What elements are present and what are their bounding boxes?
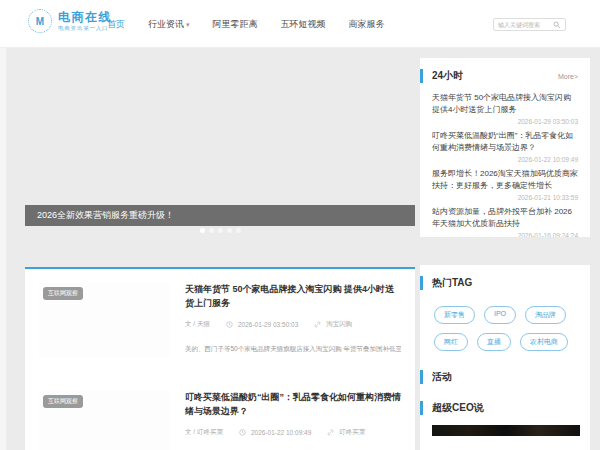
tag-icon: [327, 429, 334, 436]
news-title[interactable]: 服务即增长！2026淘宝天猫加码优质商家扶持：更好服务，更多确定性增长: [432, 168, 578, 192]
section-header-activity: 活动: [420, 370, 578, 384]
clock-icon: [226, 321, 233, 328]
article-thumbnail[interactable]: 互联网观察: [39, 391, 170, 450]
article-tag[interactable]: 叮咚买菜: [339, 428, 365, 437]
article-body: 叮咚买菜低温酸奶“出圈”：乳品零食化如何重构消费情绪与场景边界？ 文 / 叮咚买…: [185, 391, 401, 450]
site-header: M 电商在线 电商资讯第一入口 首页 行业资讯▾ 阿里零距离 五环短视频 商家服…: [0, 0, 600, 48]
article-meta: 文 / 天猫 2026-01-29 03:50:03 淘宝闪购: [185, 320, 401, 329]
carousel-dots: [25, 228, 415, 233]
carousel-dot[interactable]: [200, 228, 205, 233]
section-title: 24小时: [432, 69, 463, 83]
news-time: 2026-01-21 10:33:59: [432, 194, 578, 201]
article-time: 2026-01-29 03:50:03: [238, 321, 298, 328]
news-time: 2026-01-16 09:24:24: [432, 232, 578, 237]
article-time: 2026-01-22 10:09:49: [251, 429, 311, 436]
article-body: 天猫年货节 50个家电品牌接入淘宝闪购 提供4小时送货上门服务 文 / 天猫 2…: [185, 283, 401, 357]
section-header-24h: 24小时 More>: [420, 69, 578, 83]
article-thumbnail[interactable]: 互联网观察: [39, 283, 170, 357]
main-nav: 首页 行业资讯▾ 阿里零距离 五环短视频 商家服务: [107, 0, 408, 48]
news-time: 2026-01-29 03:50:03: [432, 118, 578, 125]
logo-monogram: M: [36, 16, 44, 27]
list-item[interactable]: 叮咚买菜低温酸奶“出圈”：乳品零食化如何重构消费情绪与场景边界？ 2026-01…: [432, 130, 578, 163]
nav-item-industry-news[interactable]: 行业资讯▾: [148, 18, 190, 31]
left-edge-strip: [0, 48, 7, 450]
tag-pill[interactable]: IPO: [484, 306, 516, 324]
search-box[interactable]: [493, 18, 566, 31]
clock-icon: [239, 429, 246, 436]
category-badge: 互联网观察: [43, 287, 83, 300]
article-meta: 文 / 叮咚买菜 2026-01-22 10:09:49 叮咚买菜: [185, 428, 401, 437]
section-title: 活动: [432, 370, 452, 384]
list-item[interactable]: 服务即增长！2026淘宝天猫加码优质商家扶持：更好服务，更多确定性增长 2026…: [432, 168, 578, 201]
search-input[interactable]: [498, 22, 553, 28]
carousel-dot[interactable]: [227, 228, 232, 233]
more-link[interactable]: More>: [558, 73, 578, 80]
article-list: 互联网观察 天猫年货节 50个家电品牌接入淘宝闪购 提供4小时送货上门服务 文 …: [25, 267, 415, 450]
sidebar-24h-card: 24小时 More> 天猫年货节 50个家电品牌接入淘宝闪购 提供4小时送货上门…: [420, 58, 590, 237]
nav-item-industry-news-label: 行业资讯: [148, 19, 184, 29]
nav-item-ali-zero-distance[interactable]: 阿里零距离: [213, 18, 258, 31]
hero-carousel[interactable]: 2026全新效果营销服务重磅升级！: [25, 55, 415, 237]
section-title: 超级CEO说: [432, 401, 484, 415]
news-time: 2026-01-22 10:09:49: [432, 156, 578, 163]
site-subtitle: 电商资讯第一入口: [58, 24, 112, 32]
tag-pill[interactable]: 直播: [477, 333, 511, 351]
news-title[interactable]: 天猫年货节 50个家电品牌接入淘宝闪购 提供4小时送货上门服务: [432, 92, 578, 116]
article-summary: 美的、西门子等50个家电品牌天猫旗舰店接入淘宝闪购 年货节叠加国补低至5折: [185, 345, 401, 354]
list-item[interactable]: 站内资源加量，品牌外投平台加补 2026年天猫加大优质新品扶持 2026-01-…: [432, 206, 578, 237]
tag-pill[interactable]: 农村电商: [520, 333, 568, 351]
article-item[interactable]: 互联网观察 叮咚买菜低温酸奶“出圈”：乳品零食化如何重构消费情绪与场景边界？ 文…: [39, 391, 401, 450]
page: M 电商在线 电商资讯第一入口 首页 行业资讯▾ 阿里零距离 五环短视频 商家服…: [0, 0, 600, 450]
tag-pill[interactable]: 网红: [434, 333, 468, 351]
tag-icon: [314, 321, 321, 328]
news-title[interactable]: 叮咚买菜低温酸奶“出圈”：乳品零食化如何重构消费情绪与场景边界？: [432, 130, 578, 154]
sidebar-news-list: 天猫年货节 50个家电品牌接入淘宝闪购 提供4小时送货上门服务 2026-01-…: [432, 92, 578, 237]
tag-pill[interactable]: 新零售: [434, 306, 475, 324]
logo-icon: M: [28, 9, 52, 33]
article-author: 文 / 天猫: [185, 320, 210, 329]
carousel-dot[interactable]: [209, 228, 214, 233]
section-title: 热门TAG: [432, 276, 472, 290]
nav-item-wuhuan-video[interactable]: 五环短视频: [281, 18, 326, 31]
carousel-caption[interactable]: 2026全新效果营销服务重磅升级！: [25, 205, 415, 226]
nav-item-merchant-services[interactable]: 商家服务: [349, 18, 385, 31]
ceo-banner-image[interactable]: [432, 425, 580, 436]
logo-text: 电商在线 电商资讯第一入口: [58, 11, 112, 32]
search-icon[interactable]: [553, 21, 561, 29]
tag-pill[interactable]: 淘品牌: [525, 306, 566, 324]
section-header-hot-tags: 热门TAG: [420, 276, 578, 290]
category-badge: 互联网观察: [43, 395, 83, 408]
carousel-dot[interactable]: [236, 228, 241, 233]
hot-tag-list: 新零售 IPO 淘品牌 网红 直播 农村电商: [434, 306, 576, 351]
sidebar-misc-card: 热门TAG 新零售 IPO 淘品牌 网红 直播 农村电商 活动 超级CEO说: [420, 265, 590, 450]
section-header-ceo: 超级CEO说: [420, 401, 578, 415]
nav-item-home[interactable]: 首页: [107, 18, 125, 31]
list-item[interactable]: 天猫年货节 50个家电品牌接入淘宝闪购 提供4小时送货上门服务 2026-01-…: [432, 92, 578, 125]
article-tag[interactable]: 淘宝闪购: [326, 320, 352, 329]
article-author: 文 / 叮咚买菜: [185, 428, 223, 437]
site-logo[interactable]: M 电商在线 电商资讯第一入口: [28, 9, 112, 33]
article-title[interactable]: 叮咚买菜低温酸奶“出圈”：乳品零食化如何重构消费情绪与场景边界？: [185, 391, 401, 418]
news-title[interactable]: 站内资源加量，品牌外投平台加补 2026年天猫加大优质新品扶持: [432, 206, 578, 230]
chevron-down-icon: ▾: [186, 21, 190, 28]
carousel-dot[interactable]: [218, 228, 223, 233]
article-title[interactable]: 天猫年货节 50个家电品牌接入淘宝闪购 提供4小时送货上门服务: [185, 283, 401, 310]
site-title: 电商在线: [58, 11, 112, 24]
article-item[interactable]: 互联网观察 天猫年货节 50个家电品牌接入淘宝闪购 提供4小时送货上门服务 文 …: [39, 283, 401, 357]
